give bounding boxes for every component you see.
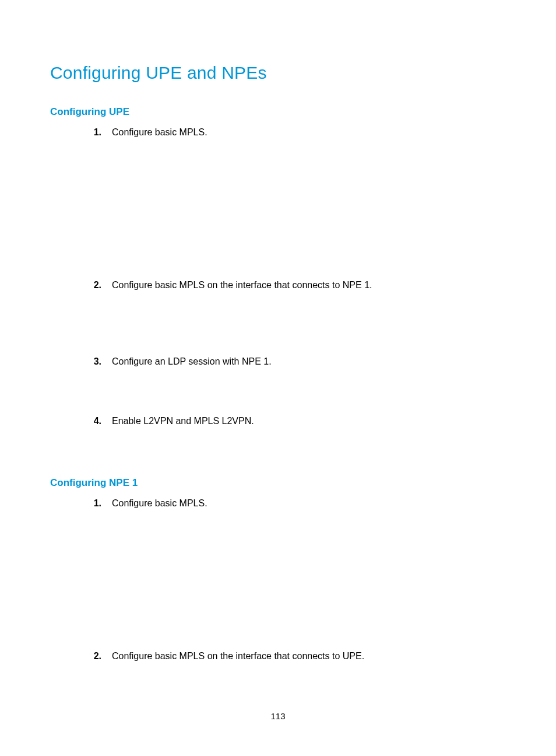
step-row: 3. Configure an LDP session with NPE 1. — [50, 355, 506, 368]
section-configuring-npe-1: Configuring NPE 1 1. Configure basic MPL… — [50, 477, 506, 674]
step-row: 2. Configure basic MPLS on the interface… — [50, 650, 506, 663]
step-number: 4. — [50, 415, 112, 428]
step-number: 1. — [50, 497, 112, 510]
step-number: 3. — [50, 355, 112, 368]
step-number: 1. — [50, 126, 112, 139]
step-row: 1. Configure basic MPLS. — [50, 497, 506, 510]
spacer — [50, 139, 506, 279]
spacer — [50, 368, 506, 415]
step-text: Configure basic MPLS. — [112, 126, 506, 139]
section-configuring-upe: Configuring UPE 1. Configure basic MPLS.… — [50, 106, 506, 477]
step-number: 2. — [50, 279, 112, 292]
page-content: Configuring UPE and NPEs Configuring UPE… — [50, 63, 506, 756]
spacer — [50, 427, 506, 477]
spacer — [50, 510, 506, 650]
spacer — [50, 291, 506, 355]
page-title: Configuring UPE and NPEs — [50, 63, 506, 83]
step-row: 4. Enable L2VPN and MPLS L2VPN. — [50, 415, 506, 428]
step-text: Configure basic MPLS. — [112, 497, 506, 510]
step-row: 1. Configure basic MPLS. — [50, 126, 506, 139]
spacer — [50, 663, 506, 674]
section-heading: Configuring NPE 1 — [50, 477, 506, 489]
step-text: Enable L2VPN and MPLS L2VPN. — [112, 415, 506, 428]
step-number: 2. — [50, 650, 112, 663]
section-heading: Configuring UPE — [50, 106, 506, 118]
step-text: Configure an LDP session with NPE 1. — [112, 355, 506, 368]
step-text: Configure basic MPLS on the interface th… — [112, 279, 506, 292]
step-text: Configure basic MPLS on the interface th… — [112, 650, 506, 663]
step-row: 2. Configure basic MPLS on the interface… — [50, 279, 506, 292]
page-number: 113 — [0, 711, 556, 721]
